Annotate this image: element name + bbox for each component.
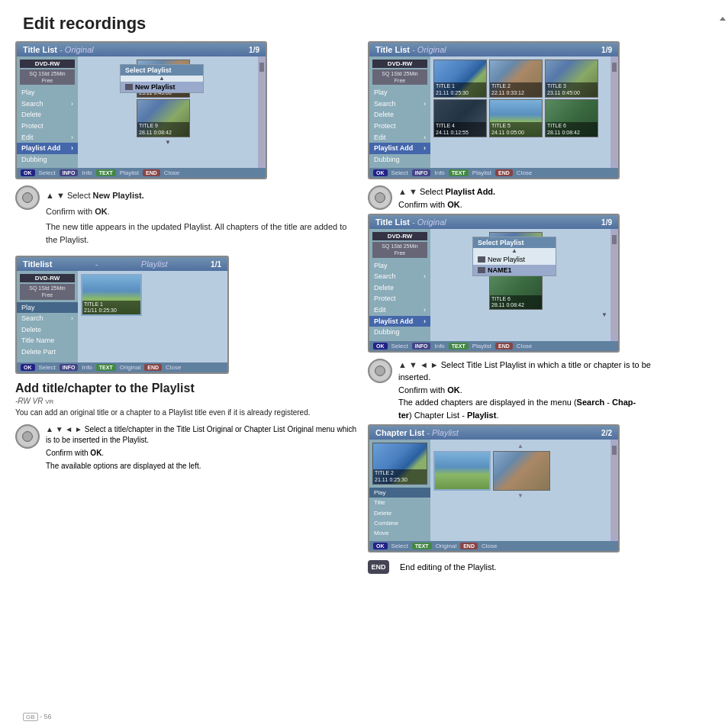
chapter-thumb1 [433, 451, 491, 491]
right-scrollbar-1[interactable] [610, 56, 618, 168]
dropdown-new-playlist[interactable]: New Playlist [121, 82, 203, 92]
dropdown-1: Select Playlist ▲ New Playlist [120, 64, 204, 93]
btn-end-1[interactable]: END [143, 169, 160, 176]
right-title-1: Title List [375, 45, 410, 54]
end-instruction: END End editing of the Playlist. [368, 560, 713, 574]
chapter-left: TITLE 221.11 0:25:30 Play Title Delete C… [369, 440, 430, 541]
section2-subheading: -RW VR VR [15, 397, 360, 405]
thumb-label-9-1: TITLE 928.11 0:08:42 [137, 122, 189, 137]
panel-header-1: Title List - Original 1/9 [17, 43, 266, 56]
right-body-2: DVD-RW SQ 1Std 25MinFree Play Search Del… [369, 229, 618, 340]
right-dubbing-1[interactable]: Dubbing [369, 154, 430, 166]
right-edit-1[interactable]: Edit [369, 132, 430, 143]
thumb-t4-r1: TITLE 424.11 0:12:55 [433, 99, 487, 137]
chapter-delete[interactable]: Delete [369, 508, 430, 518]
menu-delete-1[interactable]: Delete [17, 109, 78, 121]
titlelist-header: Titlelist - Playlist 1/1 [17, 257, 227, 271]
titlelist-btn-info[interactable]: INFO [60, 364, 79, 371]
titlelist-deletepart[interactable]: Delete Part [17, 346, 78, 358]
right-search-1[interactable]: Search [369, 98, 430, 110]
titlelist-btn-end[interactable]: END [144, 364, 162, 371]
right-scrollbar-2[interactable] [610, 229, 618, 340]
btn-ok-1[interactable]: OK [21, 169, 35, 176]
btn-text-1[interactable]: TEXT [96, 169, 116, 176]
grid-area-1: Select Playlist ▲ New Playlist TITLE 223… [78, 56, 258, 168]
page-title: Edit recordings [0, 0, 728, 41]
thumb-t2-r1: TITLE 222.11 0:33:12 [489, 60, 543, 98]
titlelist-delete[interactable]: Delete [17, 324, 78, 336]
menu-edit-1[interactable]: Edit [17, 132, 78, 143]
menu-play-1[interactable]: Play [17, 87, 78, 98]
nav-circle-inner-1 [22, 192, 33, 203]
btn-info-1[interactable]: INFO [60, 169, 79, 176]
titlelist-title: Titlelist [23, 259, 52, 269]
nav-circle-1 [15, 185, 40, 210]
titlelist-btn-text-label: Original [120, 364, 141, 371]
scroll-track-1 [259, 63, 264, 162]
right-protect-1[interactable]: Protect [369, 121, 430, 132]
right-menu-2: DVD-RW SQ 1Std 25MinFree Play Search Del… [369, 229, 430, 340]
disc-info-1: SQ 1Std 25MinFree [20, 69, 75, 85]
right-menu-1: DVD-RW SQ 1Std 25MinFree Play Search Del… [369, 56, 430, 168]
chapter-move[interactable]: Move [369, 528, 430, 538]
titlelist-subtitle: Playlist [141, 259, 168, 269]
titlelist-body: DVD-RW SQ 1Std 25MinFree Play Search Del… [17, 271, 227, 362]
dropdown-item-icon-1 [125, 84, 133, 90]
section2-instruction: ▲ ▼ ◄ ► Select a title/chapter in the Ti… [15, 424, 360, 472]
right-dvd-1: DVD-RW [372, 60, 427, 68]
titlelist-titlename[interactable]: Title Name [17, 335, 78, 346]
titlelist-dvd: DVD-RW [20, 274, 75, 282]
right-play-1[interactable]: Play [369, 87, 430, 98]
right-panel-1: Title List - Original 1/9 DVD-RW SQ 1Std… [368, 41, 620, 179]
right-scroll-down-1 [612, 163, 617, 166]
right-grid-2: Select Playlist ▲ New Playlist NAME1 [430, 229, 610, 340]
titlelist-grid: TITLE 121/11 0:25:30 [78, 271, 227, 362]
right-header-1: Title List - Original 1/9 [369, 43, 618, 56]
right-dropdown-2: Select Playlist ▲ New Playlist NAME1 [472, 237, 556, 276]
dvd-label-1: DVD-RW [20, 60, 75, 68]
btn-info-label-1: Info [82, 169, 92, 176]
btn-text-label-1: Playlist [120, 169, 139, 176]
dropdown-header-1: Select Playlist [121, 65, 203, 76]
chapter-scrollbar[interactable] [610, 440, 618, 541]
titlelist-btn-info-label: Info [82, 364, 92, 371]
menu-search-1[interactable]: Search [17, 98, 78, 110]
right-playlistadd-1[interactable]: Playlist Add [369, 143, 430, 154]
titlelist-btn-text[interactable]: TEXT [96, 364, 116, 371]
titlelist-play[interactable]: Play [17, 302, 78, 314]
right-page-1: 1/9 [601, 46, 612, 54]
end-button[interactable]: END [368, 560, 389, 574]
section2-instruction-text: ▲ ▼ ◄ ► Select a title/chapter in the Ti… [46, 424, 360, 472]
right-delete-1[interactable]: Delete [369, 109, 430, 121]
titlelist-bottom: OK Select INFO Info TEXT Original END Cl… [17, 362, 227, 372]
thumb-title9-1: TITLE 928.11 0:08:42 [137, 99, 190, 137]
scroll-thumb-1 [259, 63, 264, 72]
scrollbar-1[interactable] [258, 56, 266, 168]
section2-heading: Add title/chapter to the Playlist [15, 382, 360, 395]
right-bottom-1: OK Select INFO Info TEXT Playlist END Cl… [369, 168, 618, 178]
titlelist-panel: Titlelist - Playlist 1/1 DVD-RW SQ 1Std … [15, 256, 229, 374]
menu-dubbing-1[interactable]: Dubbing [17, 154, 78, 166]
right-header-2: Title List - Original 1/9 [369, 215, 618, 229]
instruction-1: ▲ ▼ Select New Playlist. Confirm with OK… [15, 185, 360, 253]
right-body-1: DVD-RW SQ 1Std 25MinFree Play Search Del… [369, 56, 618, 168]
right-scroll-up-1 [612, 58, 617, 61]
right-nav-circle-2 [368, 359, 392, 383]
titlelist-btn-ok-label: Select [39, 364, 56, 371]
titlelist-search[interactable]: Search [17, 313, 78, 324]
chapter-play[interactable]: Play [369, 488, 430, 498]
chapter-title-item[interactable]: Title [369, 498, 430, 507]
chapter-combine[interactable]: Combine [369, 518, 430, 528]
chapter-header: Chapter List - Playlist 2/2 [369, 426, 618, 440]
titlelist-btn-end-label: Close [166, 364, 181, 371]
scroll-bottom-arrow-1: ▼ [81, 139, 255, 146]
menu-protect-1[interactable]: Protect [17, 121, 78, 132]
chapter-title: Chapter List [375, 428, 424, 437]
left-column: Title List - Original 1/9 DVD-RW SQ 1Std… [15, 41, 360, 574]
titlelist-btn-ok[interactable]: OK [21, 364, 35, 371]
scroll-down-arrow-1 [259, 163, 264, 166]
dropdown-new-playlist-2[interactable]: New Playlist [473, 254, 556, 265]
section2-body: You can add an original title or a chapt… [15, 407, 360, 418]
dropdown-name1[interactable]: NAME1 [473, 265, 556, 275]
menu-playlist-add-1[interactable]: Playlist Add [17, 143, 78, 154]
